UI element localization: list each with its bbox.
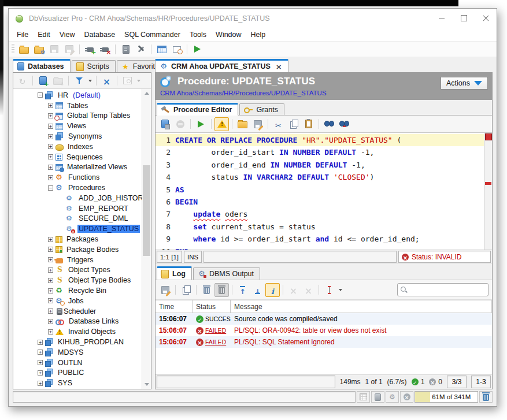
errors-status-button[interactable]: [400, 391, 413, 403]
tree-item-database-links[interactable]: +Database Links: [13, 317, 142, 327]
tree-item-tables[interactable]: +Tables: [13, 101, 142, 111]
tree-item-object-types[interactable]: +Object Types: [13, 265, 142, 276]
menu-item-database[interactable]: Database: [80, 29, 120, 40]
expander-plus-icon[interactable]: +: [48, 329, 53, 334]
editor-tab-grants[interactable]: Grants: [239, 103, 284, 115]
gc-button[interactable]: [479, 391, 493, 403]
open-folder-button[interactable]: [235, 117, 250, 131]
sql-code-area[interactable]: 1CREATE OR REPLACE PROCEDURE "HR"."UPDAT…: [156, 133, 484, 250]
expander-plus-icon[interactable]: +: [48, 124, 53, 129]
tree-item-package-bodies[interactable]: +Package Bodies: [13, 244, 142, 255]
expander-plus-icon[interactable]: +: [48, 237, 53, 242]
tree-item-functions[interactable]: +Functions: [13, 172, 142, 183]
scrollbar-track[interactable]: [142, 98, 151, 380]
error-marker[interactable]: [485, 182, 491, 185]
database-object-tree[interactable]: −HR(Default)+Tables+Global Temp Tables+V…: [13, 89, 142, 389]
warnings-button[interactable]: [214, 117, 229, 131]
clear-button[interactable]: [199, 283, 214, 297]
connect-button[interactable]: [83, 42, 97, 56]
expander-plus-icon[interactable]: +: [38, 360, 43, 365]
compile-save-button[interactable]: [158, 117, 172, 131]
expander-plus-icon[interactable]: +: [48, 288, 53, 293]
expander-plus-icon[interactable]: +: [48, 103, 53, 108]
tree-item-materialized-views[interactable]: +Materialized Views: [13, 162, 142, 173]
expander-minus-icon[interactable]: −: [38, 92, 43, 98]
info-button[interactable]: [265, 283, 280, 297]
menu-item-tools[interactable]: Tools: [185, 29, 211, 40]
tree-item-kihub-prodplan[interactable]: +KIHUB_PRODPLAN: [13, 337, 142, 347]
sql-editor[interactable]: 1CREATE OR REPLACE PROCEDURE "HR"."UPDAT…: [156, 133, 492, 250]
log-row[interactable]: 15:06:07FAILEDPL/SQL: SQL Statement igno…: [156, 336, 492, 348]
paste-button[interactable]: [301, 117, 316, 131]
find-button[interactable]: [322, 117, 336, 131]
tab-crm-ahoa-update-status[interactable]: CRM Ahoa UPDATE_STATUS: [155, 59, 288, 72]
tree-item-mdsys[interactable]: +MDSYS: [13, 347, 142, 358]
log-tab-log[interactable]: Log: [157, 266, 192, 280]
add-connection-button[interactable]: [36, 74, 50, 88]
folder-settings-button[interactable]: [32, 42, 46, 56]
log-tab-dbms-output[interactable]: DBMS Output: [193, 267, 260, 280]
expander-plus-icon[interactable]: +: [48, 257, 53, 262]
execute-button[interactable]: [194, 117, 208, 131]
expander-plus-icon[interactable]: +: [48, 309, 53, 314]
minimize-button[interactable]: [431, 9, 453, 28]
actions-button[interactable]: Actions: [441, 77, 488, 90]
expander-plus-icon[interactable]: +: [48, 267, 53, 273]
close-button[interactable]: [475, 9, 497, 28]
tree-item-recycle-bin[interactable]: +Recycle Bin: [13, 285, 142, 296]
copy-button[interactable]: [179, 283, 193, 297]
navigator-tab-databases[interactable]: Databases: [13, 59, 71, 72]
tree-item-sys[interactable]: +SYS: [13, 378, 142, 388]
save-as-button[interactable]: [250, 117, 265, 131]
tree-item-procedures[interactable]: −Procedures: [13, 183, 142, 193]
tree-item-update-status[interactable]: UPDATE_STATUS: [13, 224, 142, 234]
expander-plus-icon[interactable]: +: [48, 298, 53, 303]
expander-plus-icon[interactable]: +: [48, 247, 53, 252]
error-marker[interactable]: [485, 133, 492, 140]
disconnect-button[interactable]: [98, 42, 112, 56]
expander-minus-icon[interactable]: −: [48, 185, 53, 191]
expander-plus-icon[interactable]: +: [38, 370, 43, 376]
menu-item-sql-commander[interactable]: SQL Commander: [120, 29, 185, 40]
scroll-up-button[interactable]: [142, 89, 151, 98]
memory-indicator[interactable]: 61M of 341M: [415, 391, 478, 403]
close-tab-icon[interactable]: [276, 63, 282, 70]
expander-plus-icon[interactable]: +: [38, 381, 43, 386]
scroll-bottom-button[interactable]: [250, 283, 265, 297]
tree-item-synonyms[interactable]: +Synonyms: [13, 131, 142, 142]
expander-plus-icon[interactable]: +: [48, 165, 53, 170]
tools-button[interactable]: [134, 42, 148, 56]
tree-item-jobs[interactable]: +Jobs: [13, 296, 142, 306]
chevron-down-icon[interactable]: [87, 75, 93, 87]
menu-item-view[interactable]: View: [55, 29, 80, 40]
tree-item-hr[interactable]: −HR(Default): [13, 90, 142, 101]
tree-item-emp-report[interactable]: EMP_REPORT: [13, 203, 142, 214]
log-column-header-message[interactable]: Message: [231, 300, 492, 313]
maximize-button[interactable]: [453, 9, 475, 28]
tree-item-indexes[interactable]: +Indexes: [13, 142, 142, 152]
log-column-header-time[interactable]: Time: [156, 300, 193, 313]
cut-button[interactable]: [271, 117, 286, 131]
collapse-all-button[interactable]: [99, 74, 114, 88]
filter-button[interactable]: [72, 74, 86, 88]
tree-item-public[interactable]: +PUBLIC: [13, 368, 142, 378]
tree-item-invalid-objects[interactable]: +Invalid Objects: [13, 326, 142, 337]
log-row[interactable]: 15:06:07SUCCESSSource code was compiled/…: [156, 313, 492, 325]
menu-item-file[interactable]: File: [12, 29, 33, 40]
tree-scrollbar[interactable]: [142, 89, 151, 389]
sql-commander-button[interactable]: [190, 42, 205, 56]
clear-all-button[interactable]: [214, 283, 229, 297]
tree-item-outln[interactable]: +OUTLN: [13, 358, 142, 368]
expander-plus-icon[interactable]: +: [48, 113, 53, 118]
expander-plus-icon[interactable]: +: [48, 144, 53, 149]
find-replace-button[interactable]: [337, 117, 351, 131]
tree-item-views[interactable]: +Views: [13, 121, 142, 131]
chevron-down-icon[interactable]: [337, 284, 343, 296]
expander-plus-icon[interactable]: +: [38, 340, 43, 345]
log-row[interactable]: 15:06:07FAILEDPL/SQL: ORA-00942: table o…: [156, 325, 492, 336]
tree-item-triggers[interactable]: +Triggers: [13, 255, 142, 265]
tree-item-packages[interactable]: +Packages: [13, 234, 142, 244]
divider-button[interactable]: [322, 283, 336, 297]
scrollbar-thumb[interactable]: [143, 165, 150, 255]
grid-status-button[interactable]: [357, 391, 370, 403]
